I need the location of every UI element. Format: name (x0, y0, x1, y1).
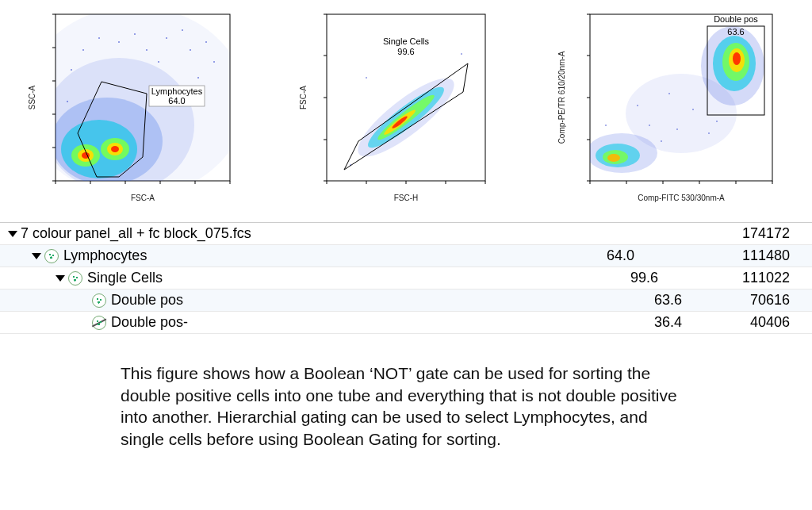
svg-point-48 (461, 53, 462, 55)
gate-name: Double pos (714, 14, 758, 24)
svg-point-75 (668, 93, 670, 94)
population-frequency: 99.6 (436, 270, 698, 286)
svg-point-25 (71, 69, 72, 71)
svg-point-74 (692, 109, 694, 110)
population-icon (68, 271, 82, 286)
svg-point-16 (205, 41, 207, 43)
table-row: Double pos63.670616 (0, 290, 812, 312)
population-frequency: 64.0 (412, 247, 674, 264)
svg-point-65 (607, 154, 620, 162)
population-name: Single Cells (87, 270, 163, 286)
population-not-icon (92, 316, 106, 330)
gate-value: 63.6 (727, 27, 744, 36)
table-row: Lymphocytes64.0111480 (0, 245, 812, 267)
scatter-plot-singlets: Single Cells 99.6 FSC-H FSC-A (295, 6, 501, 213)
population-table: 7 colour panel_all + fc block_075.fcs174… (0, 222, 812, 334)
disclosure-triangle-icon[interactable] (32, 253, 41, 259)
y-axis-label: FSC-A (299, 86, 308, 109)
svg-point-14 (190, 49, 191, 51)
svg-point-17 (146, 49, 147, 51)
x-axis-label: FSC-H (394, 194, 419, 202)
population-icon (92, 293, 106, 308)
svg-point-77 (708, 132, 710, 134)
gate-name: Lymphocytes (151, 86, 203, 96)
disclosure-triangle-icon[interactable] (8, 231, 17, 237)
y-axis-label: Comp-PE/TR 610/20nm-A (557, 51, 566, 144)
svg-point-23 (98, 37, 100, 39)
scatter-plot-lymphocytes: Lymphocytes 64.0 FSC-A SSC-A (24, 6, 246, 213)
figure-caption: This figure shows how a Boolean ‘NOT’ ga… (121, 362, 691, 451)
svg-point-11 (111, 146, 119, 152)
svg-point-72 (661, 140, 662, 142)
gate-value: 99.6 (397, 47, 414, 56)
disclosure-triangle-icon[interactable] (56, 275, 65, 282)
svg-point-80 (605, 125, 607, 126)
gate-name: Single Cells (383, 36, 430, 46)
table-row: Double pos-36.440406 (0, 312, 812, 334)
population-count: 111480 (674, 247, 812, 264)
population-name: Double pos (111, 292, 183, 309)
svg-point-15 (158, 61, 159, 63)
table-row: Single Cells99.6111022 (0, 267, 812, 290)
population-name: Lymphocytes (63, 247, 147, 264)
svg-point-76 (649, 125, 650, 126)
y-axis-label: SSC-A (28, 85, 36, 109)
svg-point-26 (67, 101, 68, 102)
x-axis-label: Comp-FITC 530/30nm-A (638, 194, 725, 202)
svg-point-78 (637, 105, 638, 106)
population-name: 7 colour panel_all + fc block_075.fcs (21, 225, 251, 242)
figure-root: Lymphocytes 64.0 FSC-A SSC-A (0, 0, 812, 510)
svg-point-79 (716, 121, 718, 122)
svg-point-24 (82, 49, 84, 51)
svg-point-21 (134, 33, 136, 35)
population-count: 111022 (698, 270, 812, 286)
population-name: Double pos- (111, 314, 188, 331)
svg-point-18 (197, 77, 199, 79)
x-axis-label: FSC-A (131, 194, 155, 202)
gate-value: 64.0 (168, 96, 185, 105)
svg-point-13 (182, 29, 183, 31)
scatter-plot-double-pos: Double pos 63.6 Comp-FITC 530/30nm-A Com… (550, 6, 788, 213)
svg-point-73 (676, 128, 678, 130)
plot-row: Lymphocytes 64.0 FSC-A SSC-A (0, 0, 812, 213)
population-icon (44, 249, 59, 263)
population-frequency: 63.6 (460, 292, 722, 309)
svg-point-49 (366, 77, 367, 79)
svg-point-71 (733, 52, 741, 65)
table-row: 7 colour panel_all + fc block_075.fcs174… (0, 223, 812, 245)
svg-point-20 (213, 61, 215, 63)
svg-point-12 (166, 37, 167, 39)
population-count: 70616 (722, 292, 812, 309)
svg-point-22 (118, 41, 120, 43)
population-count: 40406 (722, 314, 812, 331)
population-frequency: 36.4 (460, 314, 722, 331)
population-count: 174172 (650, 225, 812, 242)
